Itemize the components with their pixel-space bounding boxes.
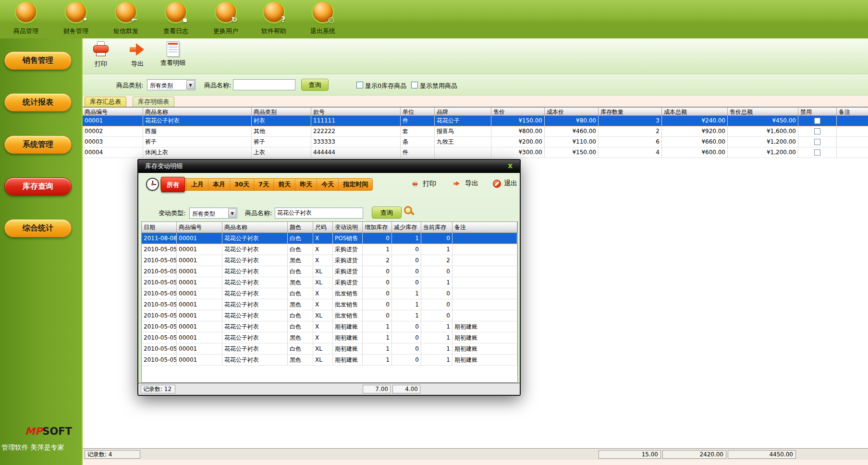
table-row[interactable]: 00002西服其他222222套报喜鸟¥800.00¥460.002¥920.0… (83, 126, 868, 137)
column-header[interactable]: 售价 (491, 108, 545, 115)
chevron-down-icon[interactable]: ▼ (186, 80, 195, 89)
query-button[interactable]: 查询 (301, 79, 329, 91)
export-arrow-icon (130, 43, 145, 56)
sidebar-item-system[interactable]: 系统管理 (4, 135, 72, 154)
print-label: 打印 (95, 60, 107, 68)
table-row[interactable]: 00001花花公子衬衣衬衣111111件花花公子¥150.00¥80.003¥2… (83, 116, 868, 126)
print-button[interactable]: 打印 (93, 41, 109, 68)
close-icon[interactable]: x (505, 160, 515, 172)
table-cell: X (313, 255, 333, 266)
column-header[interactable]: 禁用 (798, 108, 837, 115)
show-zero-stock-checkbox[interactable] (356, 82, 363, 88)
column-header[interactable]: 备注 (452, 222, 517, 232)
dialog-product-name-input[interactable] (275, 208, 363, 219)
toolbar-item-logs[interactable]: ▪查看日志 (153, 2, 199, 36)
column-header[interactable]: 商品名称 (222, 222, 288, 232)
column-header[interactable]: 当前库存 (421, 222, 452, 232)
toolbar-item-help[interactable]: ?软件帮助 (251, 2, 297, 36)
sidebar-item-inventory[interactable]: 库存查询 (4, 177, 72, 196)
table-row[interactable]: 2010-05-05 100001花花公子衬衣黑色XL采购进货001 (142, 277, 517, 288)
column-header[interactable]: 增加库存 (363, 222, 392, 232)
toolbar-item-products[interactable]: 商品管理 (3, 2, 49, 36)
tab-summary[interactable]: 库存汇总表 (85, 97, 126, 107)
category-label: 商品类别: (116, 81, 143, 90)
table-row[interactable]: 2011-08-08 100001花花公子衬衣白色XPOS销售010 (142, 233, 517, 244)
category-select[interactable]: 所有类别 ▼ (147, 79, 196, 90)
table-row[interactable]: 2010-05-05 100001花花公子衬衣白色XL采购进货000 (142, 266, 517, 277)
view-detail-label: 查看明细 (160, 59, 185, 67)
column-header[interactable]: 减少库存 (392, 222, 421, 232)
dialog-export-label: 导出 (465, 179, 478, 188)
time-filter-today[interactable]: 今天 (317, 178, 338, 191)
toolbar-item-finance[interactable]: •财务管理 (53, 2, 99, 36)
column-header[interactable]: 商品编号 (83, 108, 143, 115)
time-filter-last-month[interactable]: 上月 (186, 178, 208, 191)
disable-checkbox[interactable] (814, 118, 820, 124)
table-row[interactable]: 00004休闲上衣上衣444444件¥300.00¥150.004¥600.00… (83, 147, 868, 158)
column-header[interactable]: 成本总额 (662, 108, 728, 115)
chevron-down-icon[interactable]: ▼ (228, 208, 236, 218)
view-detail-button[interactable]: 查看明细 (160, 41, 185, 67)
column-header[interactable]: 品牌 (435, 108, 491, 115)
table-row[interactable]: 2010-05-05 100001花花公子衬衣黑色X采购进货202 (142, 255, 517, 266)
table-cell: ¥450.00 (728, 116, 798, 126)
product-name-input[interactable] (233, 79, 295, 90)
column-header[interactable]: 款号 (311, 108, 401, 115)
column-header[interactable]: 备注 (837, 108, 868, 115)
table-row[interactable]: 2010-05-05 100001花花公子衬衣白色XL期初建账101期初建账 (142, 343, 517, 355)
table-cell: 111111 (311, 116, 401, 126)
table-cell: 2010-05-05 1 (142, 355, 177, 365)
toolbar-item-label: 查看日志 (163, 27, 188, 36)
time-filter-30-days[interactable]: 30天 (230, 178, 254, 191)
column-header[interactable]: 商品编号 (177, 222, 222, 232)
table-row[interactable]: 00003裤子裤子333333条九牧王¥200.00¥110.006¥660.0… (83, 137, 868, 147)
disable-checkbox[interactable] (814, 149, 820, 156)
time-filter-7-days[interactable]: 7天 (254, 178, 273, 191)
table-row[interactable]: 2010-05-05 100001花花公子衬衣白色XL批发销售010 (142, 310, 517, 321)
column-header[interactable]: 颜色 (288, 222, 313, 232)
disable-checkbox[interactable] (814, 139, 820, 145)
change-type-select[interactable]: 所有类型 ▼ (189, 208, 237, 219)
time-filter-yesterday[interactable]: 昨天 (295, 178, 317, 191)
time-filter-this-month[interactable]: 本月 (208, 178, 230, 191)
table-row[interactable]: 2010-05-05 100001花花公子衬衣白色X期初建账101期初建账 (142, 321, 517, 332)
column-header[interactable]: 尺码 (313, 222, 333, 232)
dialog-export-button[interactable]: 导出 (452, 179, 478, 188)
tab-detail[interactable]: 库存明细表 (133, 97, 174, 107)
toolbar-item-switch-user[interactable]: ↻更换用户 (203, 2, 249, 36)
table-row[interactable]: 2010-05-05 100001花花公子衬衣黑色X批发销售010 (142, 299, 517, 310)
column-header[interactable]: 成本价 (545, 108, 599, 115)
disable-checkbox[interactable] (814, 128, 820, 135)
table-cell: 2 (421, 255, 452, 266)
table-cell (837, 126, 868, 136)
column-header[interactable]: 商品类别 (252, 108, 311, 115)
time-filter-all[interactable]: 所有 (161, 177, 185, 192)
table-cell: 白色 (288, 288, 313, 299)
table-cell: 花花公子衬衣 (222, 277, 288, 288)
filter-bar: 商品类别: 所有类别 ▼ 商品名称: 查询 显示0库存商品 显示禁用商品 (83, 75, 868, 96)
sidebar-item-reports[interactable]: 统计报表 (4, 93, 72, 111)
table-row[interactable]: 2010-05-05 100001花花公子衬衣黑色X期初建账101期初建账 (142, 332, 517, 343)
search-icon[interactable] (404, 206, 412, 214)
dialog-exit-button[interactable]: 退出 (493, 179, 517, 188)
sidebar-item-statistics[interactable]: 综合统计 (4, 219, 72, 237)
sidebar-item-sales[interactable]: 销售管理 (4, 51, 72, 70)
table-row[interactable]: 2010-05-05 100001花花公子衬衣黑色XL期初建账101期初建账 (142, 355, 517, 366)
table-cell: 花花公子衬衣 (222, 233, 288, 244)
time-filter-custom[interactable]: 指定时间 (338, 178, 372, 191)
export-button[interactable]: 导出 (130, 41, 145, 68)
time-filter-day-before[interactable]: 前天 (273, 178, 295, 191)
column-header[interactable]: 库存数量 (599, 108, 662, 115)
column-header[interactable]: 日期 (142, 222, 177, 232)
table-row[interactable]: 2010-05-05 100001花花公子衬衣白色X批发销售010 (142, 288, 517, 299)
dialog-query-button[interactable]: 查询 (372, 207, 402, 219)
column-header[interactable]: 售价总额 (728, 108, 798, 115)
column-header[interactable]: 单位 (401, 108, 435, 115)
column-header[interactable]: 商品名称 (143, 108, 252, 115)
dialog-print-button[interactable]: 打印 (410, 179, 436, 189)
show-disabled-checkbox[interactable] (411, 82, 418, 88)
toolbar-item-exit[interactable]: ○退出系统 (300, 2, 346, 36)
table-row[interactable]: 2010-05-05 100001花花公子衬衣白色X采购进货101 (142, 244, 517, 255)
column-header[interactable]: 变动说明 (333, 222, 363, 232)
toolbar-item-sms[interactable]: ←短信群发 (103, 2, 149, 36)
